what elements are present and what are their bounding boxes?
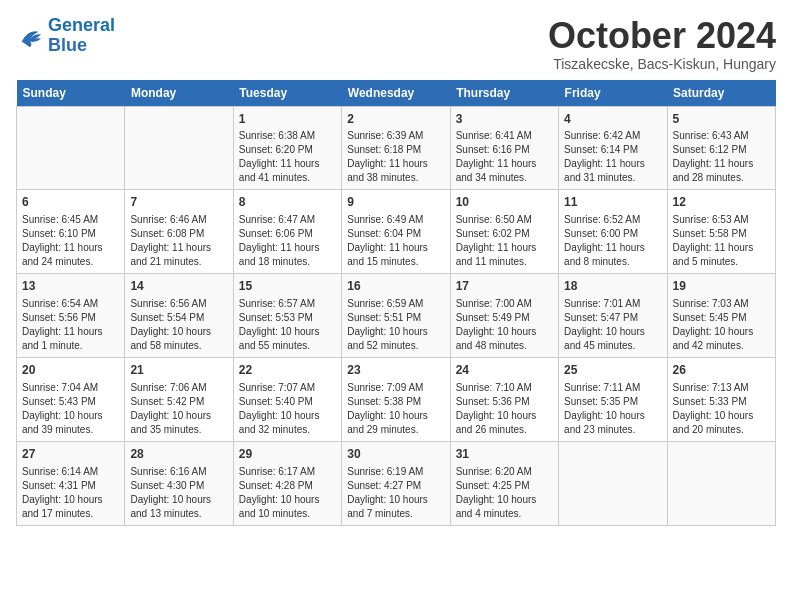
calendar-cell: 13Sunrise: 6:54 AM Sunset: 5:56 PM Dayli…: [17, 274, 125, 358]
day-detail: Sunrise: 6:16 AM Sunset: 4:30 PM Dayligh…: [130, 465, 227, 521]
weekday-header: Wednesday: [342, 80, 450, 107]
calendar-cell: 18Sunrise: 7:01 AM Sunset: 5:47 PM Dayli…: [559, 274, 667, 358]
day-number: 7: [130, 194, 227, 211]
day-number: 13: [22, 278, 119, 295]
day-number: 22: [239, 362, 336, 379]
day-detail: Sunrise: 7:11 AM Sunset: 5:35 PM Dayligh…: [564, 381, 661, 437]
day-detail: Sunrise: 7:03 AM Sunset: 5:45 PM Dayligh…: [673, 297, 770, 353]
logo-icon: [16, 22, 44, 50]
weekday-header: Saturday: [667, 80, 775, 107]
calendar-cell: 11Sunrise: 6:52 AM Sunset: 6:00 PM Dayli…: [559, 190, 667, 274]
day-number: 1: [239, 111, 336, 128]
calendar-cell: 20Sunrise: 7:04 AM Sunset: 5:43 PM Dayli…: [17, 357, 125, 441]
day-number: 15: [239, 278, 336, 295]
day-detail: Sunrise: 6:14 AM Sunset: 4:31 PM Dayligh…: [22, 465, 119, 521]
day-number: 10: [456, 194, 553, 211]
day-detail: Sunrise: 7:01 AM Sunset: 5:47 PM Dayligh…: [564, 297, 661, 353]
calendar-cell: 19Sunrise: 7:03 AM Sunset: 5:45 PM Dayli…: [667, 274, 775, 358]
day-detail: Sunrise: 6:49 AM Sunset: 6:04 PM Dayligh…: [347, 213, 444, 269]
calendar-cell: 14Sunrise: 6:56 AM Sunset: 5:54 PM Dayli…: [125, 274, 233, 358]
day-detail: Sunrise: 6:52 AM Sunset: 6:00 PM Dayligh…: [564, 213, 661, 269]
calendar-cell: 28Sunrise: 6:16 AM Sunset: 4:30 PM Dayli…: [125, 441, 233, 525]
day-detail: Sunrise: 7:04 AM Sunset: 5:43 PM Dayligh…: [22, 381, 119, 437]
calendar-cell: 26Sunrise: 7:13 AM Sunset: 5:33 PM Dayli…: [667, 357, 775, 441]
day-number: 23: [347, 362, 444, 379]
day-detail: Sunrise: 6:42 AM Sunset: 6:14 PM Dayligh…: [564, 129, 661, 185]
day-detail: Sunrise: 6:45 AM Sunset: 6:10 PM Dayligh…: [22, 213, 119, 269]
calendar-cell: [667, 441, 775, 525]
calendar-cell: 1Sunrise: 6:38 AM Sunset: 6:20 PM Daylig…: [233, 106, 341, 190]
day-detail: Sunrise: 6:39 AM Sunset: 6:18 PM Dayligh…: [347, 129, 444, 185]
day-number: 3: [456, 111, 553, 128]
day-detail: Sunrise: 6:54 AM Sunset: 5:56 PM Dayligh…: [22, 297, 119, 353]
day-detail: Sunrise: 7:13 AM Sunset: 5:33 PM Dayligh…: [673, 381, 770, 437]
calendar-cell: 5Sunrise: 6:43 AM Sunset: 6:12 PM Daylig…: [667, 106, 775, 190]
title-block: October 2024 Tiszakecske, Bacs-Kiskun, H…: [548, 16, 776, 72]
weekday-header: Thursday: [450, 80, 558, 107]
day-number: 17: [456, 278, 553, 295]
month-title: October 2024: [548, 16, 776, 56]
calendar-cell: 30Sunrise: 6:19 AM Sunset: 4:27 PM Dayli…: [342, 441, 450, 525]
calendar-cell: [17, 106, 125, 190]
day-number: 20: [22, 362, 119, 379]
calendar-cell: [559, 441, 667, 525]
day-number: 26: [673, 362, 770, 379]
calendar-cell: 31Sunrise: 6:20 AM Sunset: 4:25 PM Dayli…: [450, 441, 558, 525]
calendar-cell: 6Sunrise: 6:45 AM Sunset: 6:10 PM Daylig…: [17, 190, 125, 274]
weekday-header: Tuesday: [233, 80, 341, 107]
day-number: 19: [673, 278, 770, 295]
calendar-cell: 4Sunrise: 6:42 AM Sunset: 6:14 PM Daylig…: [559, 106, 667, 190]
day-detail: Sunrise: 6:53 AM Sunset: 5:58 PM Dayligh…: [673, 213, 770, 269]
calendar-cell: 29Sunrise: 6:17 AM Sunset: 4:28 PM Dayli…: [233, 441, 341, 525]
day-detail: Sunrise: 6:59 AM Sunset: 5:51 PM Dayligh…: [347, 297, 444, 353]
calendar-cell: 8Sunrise: 6:47 AM Sunset: 6:06 PM Daylig…: [233, 190, 341, 274]
day-number: 25: [564, 362, 661, 379]
day-detail: Sunrise: 7:06 AM Sunset: 5:42 PM Dayligh…: [130, 381, 227, 437]
day-number: 29: [239, 446, 336, 463]
day-number: 24: [456, 362, 553, 379]
day-number: 16: [347, 278, 444, 295]
calendar-week-row: 27Sunrise: 6:14 AM Sunset: 4:31 PM Dayli…: [17, 441, 776, 525]
day-number: 28: [130, 446, 227, 463]
calendar-week-row: 20Sunrise: 7:04 AM Sunset: 5:43 PM Dayli…: [17, 357, 776, 441]
calendar-week-row: 13Sunrise: 6:54 AM Sunset: 5:56 PM Dayli…: [17, 274, 776, 358]
day-detail: Sunrise: 6:41 AM Sunset: 6:16 PM Dayligh…: [456, 129, 553, 185]
day-number: 2: [347, 111, 444, 128]
calendar-cell: 16Sunrise: 6:59 AM Sunset: 5:51 PM Dayli…: [342, 274, 450, 358]
day-detail: Sunrise: 6:46 AM Sunset: 6:08 PM Dayligh…: [130, 213, 227, 269]
calendar-cell: 10Sunrise: 6:50 AM Sunset: 6:02 PM Dayli…: [450, 190, 558, 274]
calendar-week-row: 1Sunrise: 6:38 AM Sunset: 6:20 PM Daylig…: [17, 106, 776, 190]
calendar-cell: 22Sunrise: 7:07 AM Sunset: 5:40 PM Dayli…: [233, 357, 341, 441]
day-number: 5: [673, 111, 770, 128]
day-detail: Sunrise: 7:07 AM Sunset: 5:40 PM Dayligh…: [239, 381, 336, 437]
calendar-cell: 3Sunrise: 6:41 AM Sunset: 6:16 PM Daylig…: [450, 106, 558, 190]
calendar-cell: 23Sunrise: 7:09 AM Sunset: 5:38 PM Dayli…: [342, 357, 450, 441]
day-number: 21: [130, 362, 227, 379]
day-detail: Sunrise: 7:00 AM Sunset: 5:49 PM Dayligh…: [456, 297, 553, 353]
calendar-cell: 2Sunrise: 6:39 AM Sunset: 6:18 PM Daylig…: [342, 106, 450, 190]
logo: General Blue: [16, 16, 115, 56]
calendar-cell: 24Sunrise: 7:10 AM Sunset: 5:36 PM Dayli…: [450, 357, 558, 441]
day-detail: Sunrise: 6:56 AM Sunset: 5:54 PM Dayligh…: [130, 297, 227, 353]
weekday-header: Monday: [125, 80, 233, 107]
weekday-header: Sunday: [17, 80, 125, 107]
calendar-week-row: 6Sunrise: 6:45 AM Sunset: 6:10 PM Daylig…: [17, 190, 776, 274]
day-number: 12: [673, 194, 770, 211]
day-detail: Sunrise: 6:47 AM Sunset: 6:06 PM Dayligh…: [239, 213, 336, 269]
day-number: 18: [564, 278, 661, 295]
page-header: General Blue October 2024 Tiszakecske, B…: [16, 16, 776, 72]
location-subtitle: Tiszakecske, Bacs-Kiskun, Hungary: [548, 56, 776, 72]
day-detail: Sunrise: 6:43 AM Sunset: 6:12 PM Dayligh…: [673, 129, 770, 185]
calendar-cell: 17Sunrise: 7:00 AM Sunset: 5:49 PM Dayli…: [450, 274, 558, 358]
calendar-cell: [125, 106, 233, 190]
calendar-cell: 21Sunrise: 7:06 AM Sunset: 5:42 PM Dayli…: [125, 357, 233, 441]
day-detail: Sunrise: 6:17 AM Sunset: 4:28 PM Dayligh…: [239, 465, 336, 521]
day-detail: Sunrise: 6:20 AM Sunset: 4:25 PM Dayligh…: [456, 465, 553, 521]
calendar-cell: 27Sunrise: 6:14 AM Sunset: 4:31 PM Dayli…: [17, 441, 125, 525]
day-number: 6: [22, 194, 119, 211]
calendar-cell: 25Sunrise: 7:11 AM Sunset: 5:35 PM Dayli…: [559, 357, 667, 441]
day-number: 11: [564, 194, 661, 211]
day-number: 8: [239, 194, 336, 211]
day-detail: Sunrise: 6:50 AM Sunset: 6:02 PM Dayligh…: [456, 213, 553, 269]
logo-text: General Blue: [48, 16, 115, 56]
